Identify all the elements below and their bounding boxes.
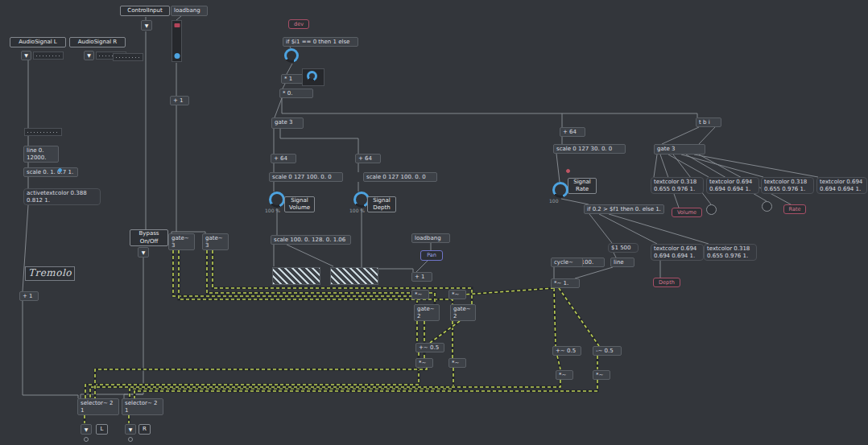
object-scale-rate[interactable]: scale 0 127 30. 0. 0 [553, 144, 626, 154]
signal-scope[interactable] [33, 52, 64, 60]
object-plus-64[interactable]: + 64 [560, 127, 585, 137]
dial[interactable] [307, 71, 317, 81]
comment-signal-volume: Signal Volume [284, 196, 315, 212]
object-multsig[interactable]: *~ [448, 358, 466, 368]
knob[interactable] [762, 201, 772, 212]
trigger-button[interactable]: ▼ [141, 20, 152, 31]
object-scale-depth[interactable]: scale 0 127 100. 0. 0 [363, 172, 437, 182]
pill-volume[interactable]: Volume [672, 208, 702, 217]
object-multsig[interactable]: *~ [415, 358, 433, 368]
outlet-dot [128, 437, 133, 442]
object-line-12000[interactable]: line 0. 12000. [23, 146, 59, 163]
message-textcolor[interactable]: textcolor 0.318 0.655 0.976 1. [761, 177, 814, 194]
object-gate-3-right[interactable]: gate 3 [654, 144, 705, 155]
comment-output-r: R [138, 424, 151, 435]
object-plus-1[interactable]: + 1 [170, 96, 189, 105]
indicator-dot [58, 168, 62, 172]
object-multsig[interactable]: *~ [448, 290, 466, 299]
object-multsig[interactable]: *~ [411, 290, 429, 299]
pill-rate[interactable]: Rate [783, 204, 806, 214]
object-selector[interactable]: selector~ 2 1 [122, 398, 163, 415]
comment-audiosignal-l: AudioSignal L [10, 37, 66, 47]
object-line[interactable]: line [610, 258, 634, 267]
trigger-button[interactable]: ▼ [125, 424, 136, 435]
comment-controlinput: ControlInput [120, 6, 170, 16]
message-textcolor[interactable]: textcolor 0.318 0.655 0.976 1. [704, 244, 757, 261]
comment-audiosignal-r: AudioSignal R [69, 37, 126, 47]
object-multsig[interactable]: *~ [556, 370, 573, 380]
object-plus-64[interactable]: + 64 [355, 154, 381, 163]
inactive-panel [272, 267, 320, 285]
message-textcolor[interactable]: textcolor 0.694 0.694 0.694 1. [706, 177, 759, 194]
trigger-button[interactable]: ▼ [21, 51, 31, 60]
object-t-b-i[interactable]: t b i [696, 117, 721, 127]
message-textcolor[interactable]: textcolor 0.694 0.694 0.694 1. [651, 244, 704, 261]
vertical-slider[interactable] [172, 20, 182, 62]
outlet-dot [84, 437, 89, 442]
comment-signal-rate: Signal Rate [568, 178, 597, 194]
message-dollar-500[interactable]: $1 500 [608, 243, 639, 253]
pill-depth[interactable]: Depth [653, 278, 680, 287]
trigger-button[interactable]: ▼ [81, 424, 92, 435]
object-cycle[interactable]: cycle~ [551, 258, 583, 267]
pill-pan[interactable]: Pan [420, 250, 443, 261]
object-if-threshold[interactable]: if 0.2 > $f1 then 0. else 1. [584, 204, 664, 214]
dial-label: 100 % [265, 208, 286, 214]
object-plus-64[interactable]: + 64 [271, 154, 296, 163]
inactive-panel [330, 267, 378, 285]
dial-rate[interactable] [552, 182, 568, 198]
object-mult-0[interactable]: * 0. [279, 89, 313, 98]
object-gatesig-3[interactable]: gate~ 3 [168, 233, 195, 250]
message-textcolor[interactable]: textcolor 0.318 0.655 0.976 1. [651, 177, 704, 194]
box-layer: ControlInputloadbang▼AudioSignal LAudioS… [0, 0, 868, 445]
object-if-sign[interactable]: if $i1 == 0 then 1 else -1 [283, 37, 358, 47]
object-scale-curve[interactable]: scale 100. 0. 128. 0. 1.06 [271, 235, 351, 245]
trigger-button[interactable]: ▼ [84, 51, 94, 60]
object-gatesig-2[interactable]: gate~ 2 [414, 304, 440, 321]
trigger-button[interactable]: ▼ [138, 247, 149, 258]
object-gate-3[interactable]: gate 3 [271, 117, 304, 129]
message-textcolor[interactable]: textcolor 0.694 0.694 0.694 1. [816, 177, 867, 194]
object-scale-volume[interactable]: scale 0 127 100. 0. 0 [269, 172, 343, 182]
pill-dev[interactable]: dev [288, 19, 309, 29]
signal-scope[interactable] [113, 53, 143, 61]
comment-output-l: L [96, 424, 108, 435]
knob[interactable] [706, 204, 717, 215]
object-loadbang[interactable]: loadbang [411, 233, 450, 243]
comment-signal-depth: Signal Depth [367, 196, 396, 212]
object-plussig-05[interactable]: +~ 0.5 [552, 346, 581, 356]
object-multsig[interactable]: *~ [593, 370, 610, 380]
signal-scope[interactable] [24, 128, 62, 136]
logo-tremolo: Tremolo [25, 266, 75, 281]
dial[interactable] [284, 48, 299, 63]
indicator-dot [566, 169, 570, 173]
object-minussig-05[interactable]: -~ 0.5 [593, 346, 622, 356]
object-gatesig-3[interactable]: gate~ 3 [202, 233, 229, 250]
object-scale-smooth[interactable]: scale 0. 1. 0.7 1. [23, 167, 78, 177]
object-multsig-1[interactable]: *~ 1. [551, 278, 580, 288]
object-loadbang-top[interactable]: loadbang [171, 6, 208, 16]
object-plus-1[interactable]: + 1 [19, 291, 39, 301]
object-selector[interactable]: selector~ 2 1 [77, 398, 119, 415]
object-plus-1[interactable]: + 1 [411, 272, 432, 282]
comment-bypass: Bypass On/Off [130, 229, 168, 246]
dial-label: 100 [549, 198, 565, 204]
object-plussig-05[interactable]: +~ 0.5 [415, 343, 444, 352]
dial-volume[interactable] [269, 192, 285, 208]
object-gatesig-2[interactable]: gate~ 2 [450, 304, 476, 321]
patcher-canvas[interactable]: ControlInputloadbang▼AudioSignal LAudioS… [0, 0, 868, 445]
message-activetextcolor[interactable]: activetextcolor 0.388 0.812 1. $1 [23, 188, 101, 205]
